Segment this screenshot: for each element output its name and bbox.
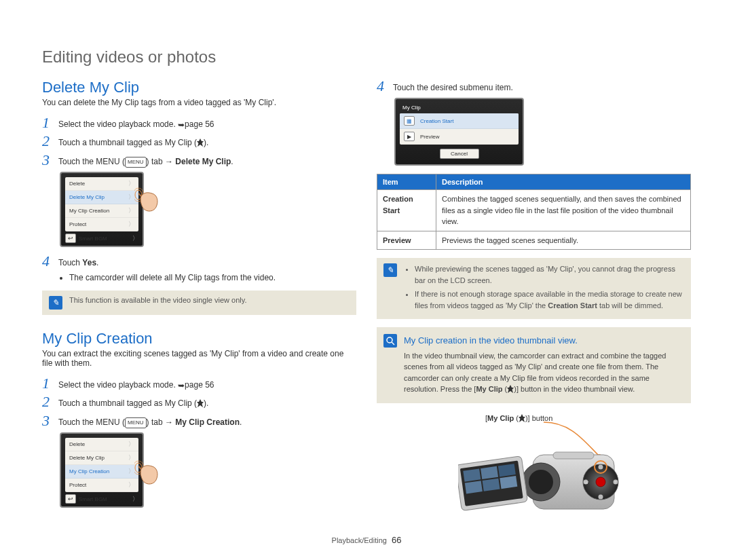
menu-item-delete-my-clip[interactable]: Delete My Clip〉 bbox=[65, 191, 138, 204]
creation-step-3: Touch the MENU (MENU) tab → My Clip Crea… bbox=[58, 413, 242, 428]
menu-item-protect[interactable]: Protect〉 bbox=[65, 218, 138, 231]
delete-step-3: Touch the MENU (MENU) tab → Delete My Cl… bbox=[58, 153, 233, 168]
creation-intro: You can extract the exciting scenes tagg… bbox=[42, 349, 356, 368]
chevron-right-icon: 〉 bbox=[128, 193, 134, 202]
svg-line-5 bbox=[392, 342, 394, 345]
info-box: My Clip creation in the video thumbnail … bbox=[377, 327, 691, 403]
menu-badge-icon: MENU bbox=[125, 417, 147, 428]
svg-point-9 bbox=[529, 470, 553, 494]
chevron-right-icon: 〉 bbox=[128, 440, 134, 449]
menu-item-delete[interactable]: Delete〉 bbox=[65, 438, 138, 451]
svg-text:T: T bbox=[614, 481, 617, 485]
cancel-button[interactable]: Cancel bbox=[440, 149, 479, 159]
menu-item-smart-bgm[interactable]: Smart BGM bbox=[79, 496, 107, 502]
svg-point-4 bbox=[387, 337, 392, 343]
submenu-screenshot: My Clip ▦ Creation Start ▶ Preview Cance… bbox=[394, 98, 524, 166]
chevron-right-icon: 〉 bbox=[128, 453, 134, 462]
th-description: Description bbox=[436, 174, 691, 190]
page-title: Editing videos or photos bbox=[42, 48, 691, 67]
info-body-text: In the video thumbnail view, the camcord… bbox=[404, 350, 684, 396]
menu-item-my-clip-creation[interactable]: My Clip Creation〉 bbox=[65, 204, 138, 218]
svg-rect-27 bbox=[553, 452, 594, 459]
chevron-right-icon: 〉 bbox=[128, 467, 134, 476]
table-row: Preview Previews the tagged scenes seque… bbox=[377, 231, 691, 250]
creation-step-2: Touch a thumbnail tagged as My Clip (). bbox=[58, 394, 208, 411]
chevron-right-icon: 〉 bbox=[128, 220, 134, 229]
my-clip-icon bbox=[197, 138, 204, 150]
back-icon[interactable]: ↩ bbox=[65, 234, 76, 243]
delete-steps: 1 Select the video playback mode. ➥page … bbox=[42, 115, 356, 168]
magnifier-icon bbox=[383, 334, 397, 348]
my-clip-icon bbox=[197, 398, 204, 411]
creation-step-4: Touch the desired submenu item. bbox=[393, 79, 513, 94]
menu-item-delete-my-clip[interactable]: Delete My Clip〉 bbox=[65, 451, 138, 465]
menu-item-protect[interactable]: Protect〉 bbox=[65, 479, 138, 492]
footer-section: Playback/Editing bbox=[332, 536, 387, 544]
my-clip-icon bbox=[507, 385, 514, 396]
delete-intro: You can delete the My Clip tags from a v… bbox=[42, 98, 356, 107]
step-number: 3 bbox=[42, 153, 58, 168]
description-table: Item Description Creation Start Combines… bbox=[377, 174, 691, 250]
chevron-right-icon: 〉 bbox=[132, 234, 138, 243]
creation-steps: 1 Select the video playback mode. ➥page … bbox=[42, 376, 356, 428]
submenu-creation-start[interactable]: ▦ Creation Start bbox=[400, 113, 519, 129]
svg-point-19 bbox=[596, 477, 605, 487]
my-clip-creation-heading: My Clip Creation bbox=[42, 330, 356, 348]
warning-note-box: ✎ While previewing the scenes tagged as … bbox=[377, 258, 691, 319]
page-footer: Playback/Editing 66 bbox=[42, 535, 691, 545]
chevron-right-icon: 〉 bbox=[128, 481, 134, 489]
th-item: Item bbox=[377, 174, 436, 190]
note-text: This function is available in the video … bbox=[69, 296, 247, 304]
camcorder-illustration: [My Clip ()] button bbox=[377, 414, 691, 529]
video-strip-icon: ▦ bbox=[404, 116, 415, 126]
menu-badge-icon: MENU bbox=[125, 157, 147, 168]
note-icon: ✎ bbox=[49, 296, 62, 310]
submenu-title: My Clip bbox=[400, 103, 519, 113]
delete-screenshot: Delete〉 Delete My Clip〉 My Clip Creation… bbox=[60, 172, 144, 247]
callout-label: [My Clip ()] button bbox=[485, 414, 552, 424]
menu-item-delete[interactable]: Delete〉 bbox=[65, 177, 138, 191]
touch-hand-icon bbox=[134, 187, 163, 216]
note-icon: ✎ bbox=[383, 263, 397, 277]
menu-item-my-clip-creation[interactable]: My Clip Creation〉 bbox=[65, 465, 138, 479]
step-number: 4 bbox=[377, 79, 393, 94]
note-bullet-2: If there is not enough storage space ava… bbox=[415, 288, 684, 311]
chevron-right-icon: 〉 bbox=[128, 179, 134, 188]
page-ref-arrow-icon: ➥ bbox=[178, 381, 185, 390]
menu-item-smart-bgm[interactable]: Smart BGM bbox=[79, 236, 107, 242]
svg-point-21 bbox=[599, 494, 603, 499]
svg-rect-16 bbox=[483, 478, 500, 491]
delete-step-4-sub: The camcorder will delete all My Clip ta… bbox=[69, 272, 356, 284]
submenu-preview[interactable]: ▶ Preview bbox=[400, 129, 519, 145]
page-ref-arrow-icon: ➥ bbox=[178, 120, 185, 130]
note-box: ✎ This function is available in the vide… bbox=[42, 291, 356, 315]
step-number: 1 bbox=[42, 376, 58, 391]
table-row: Creation Start Combines the tagged scene… bbox=[377, 190, 691, 231]
delete-step-4: Touch Yes. bbox=[58, 254, 98, 269]
play-icon: ▶ bbox=[404, 132, 415, 141]
svg-rect-14 bbox=[498, 464, 516, 477]
camcorder-icon: W T bbox=[458, 434, 635, 529]
back-icon[interactable]: ↩ bbox=[65, 494, 76, 504]
svg-text:W: W bbox=[584, 481, 588, 485]
step-number: 2 bbox=[42, 394, 58, 409]
delete-step-2: Touch a thumbnail tagged as My Clip (). bbox=[58, 134, 208, 150]
step-number: 4 bbox=[42, 254, 58, 269]
delete-my-clip-heading: Delete My Clip bbox=[42, 79, 356, 96]
note-bullet-1: While previewing the scenes tagged as 'M… bbox=[415, 263, 684, 286]
svg-point-20 bbox=[599, 464, 603, 469]
step-number: 3 bbox=[42, 413, 58, 428]
left-column: Delete My Clip You can delete the My Cli… bbox=[42, 79, 356, 529]
chevron-right-icon: 〉 bbox=[128, 206, 134, 215]
touch-hand-icon bbox=[134, 460, 163, 489]
svg-rect-12 bbox=[463, 468, 481, 481]
my-clip-icon bbox=[519, 414, 525, 424]
right-column: 4 Touch the desired submenu item. My Cli… bbox=[377, 79, 691, 529]
page-number: 66 bbox=[392, 535, 401, 545]
info-title: My Clip creation in the video thumbnail … bbox=[404, 334, 684, 348]
creation-step-1: Select the video playback mode. ➥page 56 bbox=[58, 376, 214, 392]
creation-screenshot: Delete〉 Delete My Clip〉 My Clip Creation… bbox=[60, 432, 144, 508]
delete-step-1: Select the video playback mode. ➥page 56 bbox=[58, 115, 214, 131]
svg-rect-13 bbox=[481, 466, 498, 479]
chevron-right-icon: 〉 bbox=[132, 495, 138, 504]
